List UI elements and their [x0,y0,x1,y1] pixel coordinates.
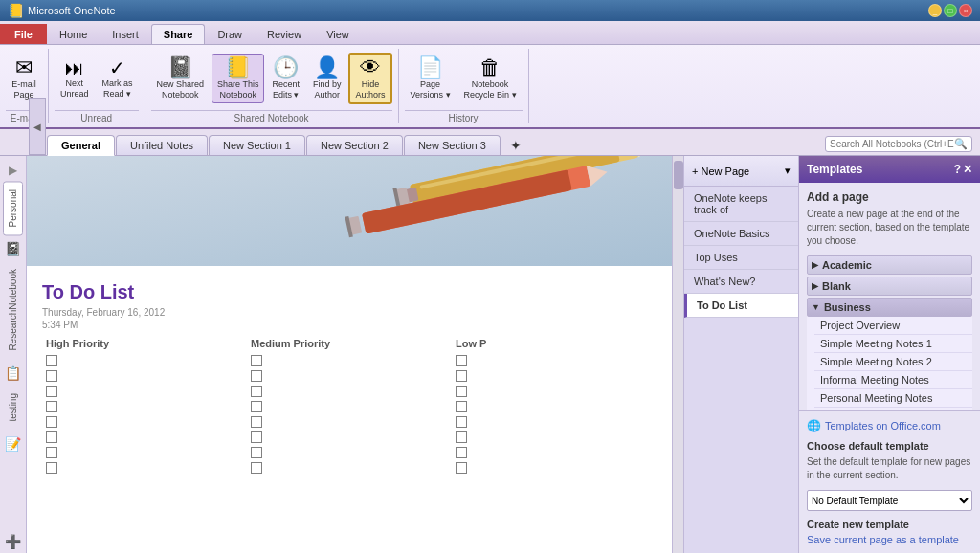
save-as-template-link[interactable]: Save current page as a template [807,534,972,545]
todo-checkbox[interactable] [251,386,262,397]
todo-checkbox[interactable] [456,386,467,397]
tab-draw[interactable]: Draw [205,24,255,44]
todo-checkbox[interactable] [456,416,467,428]
section-tab-unfiled[interactable]: Unfiled Notes [116,135,208,155]
collapse-button[interactable]: ◀ [29,98,46,155]
add-notebook-icon[interactable]: ➕ [5,534,21,549]
high-priority-header: High Priority [46,338,243,349]
hide-icon: 👁 [360,57,381,78]
template-simple-meeting-2[interactable]: Simple Meeting Notes 2 [814,353,972,371]
template-simple-meeting-1[interactable]: Simple Meeting Notes 1 [814,335,972,353]
tab-home[interactable]: Home [47,24,100,44]
search-icon[interactable]: 🔍 [954,138,968,150]
todo-checkbox[interactable] [251,447,262,458]
page-scroll[interactable]: To Do List Thursday, February 16, 2012 5… [27,156,672,553]
todo-item [46,431,243,443]
close-button[interactable]: × [959,4,972,17]
tab-view[interactable]: View [314,24,362,44]
todo-checkbox[interactable] [456,447,467,458]
recent-edits-button[interactable]: 🕒 RecentEdits ▾ [266,54,305,104]
template-project-overview[interactable]: Project Overview [814,317,972,335]
todo-checkbox[interactable] [251,431,262,443]
low-priority-header: Low P [456,338,653,349]
templates-panel: Templates ? ✕ Add a page Create a new pa… [798,156,980,553]
tab-insert[interactable]: Insert [100,24,151,44]
expand-icon[interactable]: ▶ [9,164,17,177]
default-template-dropdown[interactable]: No Default Template Blank Business - Pro… [807,490,972,511]
minimize-button[interactable]: _ [928,4,942,17]
todo-checkbox[interactable] [456,462,467,474]
category-business: ▼ Business Project Overview Simple Meeti… [807,298,972,410]
todo-checkbox[interactable] [46,462,57,474]
sidebar-notebook-icon-1: 📓 [5,241,21,256]
todo-item [456,462,653,474]
ribbon-group-unread: ⏭ NextUnread ✓ Mark asRead ▾ Unread [49,49,145,123]
page-nav-item[interactable]: OneNote Basics [684,222,798,246]
email-page-button[interactable]: ✉ E-mailPage [6,54,42,104]
todo-checkbox[interactable] [46,431,57,443]
todo-checkbox[interactable] [46,386,57,397]
mark-as-read-button[interactable]: ✓ Mark asRead ▾ [97,55,139,103]
sidebar-notebook-personal[interactable]: Personal [3,181,23,235]
sidebar-notebook-research[interactable]: ResearchNotebook [3,260,23,360]
page-scrollbar[interactable] [672,156,683,553]
todo-checkbox[interactable] [251,370,262,382]
page-nav-item-top-uses[interactable]: Top Uses [684,246,798,270]
template-personal-meeting[interactable]: Personal Meeting Notes [814,389,972,408]
new-page-label: + New Page [692,166,749,177]
todo-checkbox[interactable] [456,355,467,366]
new-shared-icon: 📓 [167,57,193,78]
tab-share[interactable]: Share [151,24,206,44]
tab-review[interactable]: Review [255,24,314,44]
section-tab-3[interactable]: New Section 3 [404,135,501,155]
section-tab-1[interactable]: New Section 1 [209,135,305,155]
todo-item [251,386,448,397]
hide-authors-button[interactable]: 👁 HideAuthors [348,53,391,105]
new-page-button[interactable]: + New Page ▾ [684,156,798,187]
sidebar-notebook-testing[interactable]: testing [3,385,23,430]
category-academic-header[interactable]: ▶ Academic [807,255,972,275]
tab-file[interactable]: File [0,24,47,44]
window-title: Microsoft OneNote [28,5,116,16]
search-box[interactable]: 🔍 [825,136,972,152]
left-sidebar: ▶ Personal 📓 ResearchNotebook 📋 testing … [0,156,27,553]
section-tab-2[interactable]: New Section 2 [306,135,403,155]
templates-close-button[interactable]: ✕ [963,163,972,176]
section-tab-general[interactable]: General [47,135,115,156]
share-this-notebook-button[interactable]: 📒 Share ThisNotebook [212,54,264,104]
notebook-recycle-bin-button[interactable]: 🗑 NotebookRecycle Bin ▾ [458,54,523,104]
todo-checkbox[interactable] [46,355,57,366]
add-section-button[interactable]: ✦ [501,135,530,155]
todo-checkbox[interactable] [46,447,57,458]
find-by-author-button[interactable]: 👤 Find byAuthor [307,54,347,104]
page-versions-button[interactable]: 📄 PageVersions ▾ [405,54,457,104]
todo-checkbox[interactable] [251,416,262,428]
ribbon: ✉ E-mailPage E-mail ⏭ NextUnread ✓ Mark … [0,45,980,129]
templates-help-button[interactable]: ? [954,163,961,176]
template-informal-meeting[interactable]: Informal Meeting Notes [814,371,972,389]
todo-checkbox[interactable] [46,416,57,428]
todo-checkbox[interactable] [456,401,467,412]
scroll-thumb[interactable] [674,161,683,189]
new-shared-notebook-button[interactable]: 📓 New SharedNotebook [151,54,211,104]
todo-checkbox[interactable] [46,370,57,382]
todo-checkbox[interactable] [251,462,262,474]
todo-item [456,386,653,397]
email-icon: ✉ [15,57,33,78]
page-nav-item-whats-new[interactable]: What's New? [684,270,798,294]
todo-checkbox[interactable] [456,431,467,443]
maximize-button[interactable]: □ [944,4,957,17]
medium-priority-header: Medium Priority [251,338,448,349]
todo-checkbox[interactable] [456,370,467,382]
todo-checkbox[interactable] [251,355,262,366]
search-input[interactable] [830,139,954,149]
todo-checkbox[interactable] [251,401,262,412]
next-unread-button[interactable]: ⏭ NextUnread [55,55,95,103]
office-templates-link[interactable]: 🌐 Templates on Office.com [807,419,972,432]
page-nav-item[interactable]: OneNote keeps track of [684,187,798,222]
business-items: Project Overview Simple Meeting Notes 1 … [807,317,972,410]
todo-checkbox[interactable] [46,401,57,412]
category-blank-header[interactable]: ▶ Blank [807,276,972,296]
page-nav-item-todo[interactable]: To Do List [684,294,798,318]
category-business-header[interactable]: ▼ Business [807,298,972,317]
